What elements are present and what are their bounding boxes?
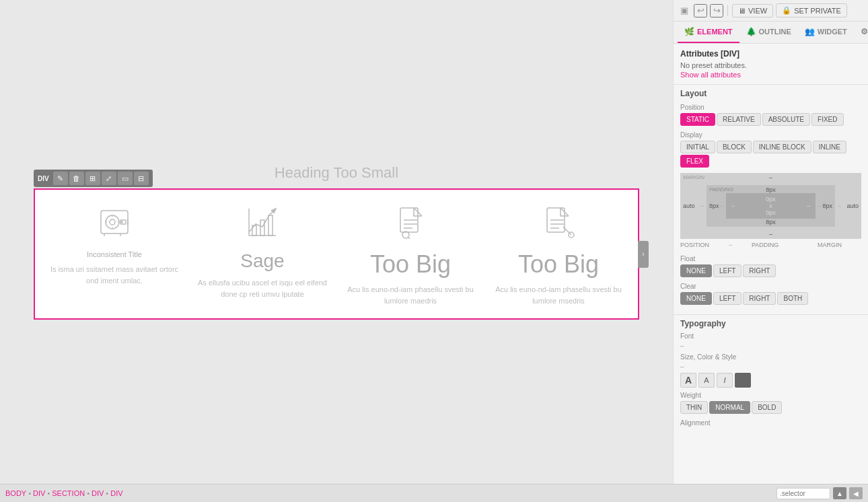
margin-x-left: – — [700, 203, 704, 209]
selector-input[interactable] — [776, 488, 830, 499]
type-btn-italic[interactable]: I — [717, 373, 733, 388]
margin-sub-label: MARGIN — [818, 242, 842, 248]
padding-label: PADDING — [709, 186, 733, 192]
position-fixed-btn[interactable]: FIXED — [811, 113, 843, 126]
svg-point-2 — [110, 219, 115, 225]
display-inline-btn[interactable]: INLINE — [813, 141, 846, 153]
card-text-2: As ellusfa ucibu ascel et isqu eel eifen… — [194, 277, 331, 299]
div-toolbar: DIV ✎ 🗑 ⊞ ⤢ ▭ ⊟ — [34, 170, 153, 187]
view-button[interactable]: 🖥 VIEW — [732, 4, 773, 17]
clear-right-btn[interactable]: RIGHT — [743, 292, 776, 305]
weight-label: Weight — [680, 392, 861, 399]
attributes-section: Attributes [DIV] No preset attributes. S… — [674, 44, 868, 84]
svg-rect-16 — [268, 215, 273, 236]
show-all-attributes-link[interactable]: Show all attributes — [674, 71, 868, 84]
float-right-btn[interactable]: RIGHT — [743, 264, 776, 277]
margin-left-val: auto — [683, 203, 695, 209]
type-btn-A-small[interactable]: A — [698, 373, 715, 388]
alignment-prop-row: Alignment — [680, 419, 861, 427]
resize-button[interactable]: ▭ — [118, 172, 133, 185]
tab-outline[interactable]: 🌲 OUTLINE — [739, 22, 798, 43]
expand-button[interactable]: ⤢ — [102, 172, 116, 185]
tab-widget[interactable]: 👥 WIDGET — [798, 22, 854, 43]
clear-btn-group: NONE LEFT RIGHT BOTH — [680, 292, 861, 305]
position-label: Position — [680, 104, 861, 111]
type-btn-A-large[interactable]: A — [680, 373, 696, 388]
float-left-btn[interactable]: LEFT — [713, 264, 742, 277]
font-value: – — [680, 342, 861, 349]
card-title-3: Too Big — [370, 250, 451, 279]
clear-none-btn[interactable]: NONE — [680, 292, 712, 305]
toolbar-separator — [727, 5, 728, 16]
div-toolbar-label: DIV — [38, 175, 49, 182]
breadcrumb-sep-3: • — [87, 489, 89, 497]
breadcrumb-sep-1: • — [28, 489, 31, 497]
people-icon: 👥 — [805, 27, 815, 36]
panel-tabs: 🌿 ELEMENT 🌲 OUTLINE 👥 WIDGET ⚙ ☞ — [674, 22, 868, 44]
chart-icon — [242, 202, 283, 242]
weight-thin-btn[interactable]: THIN — [680, 401, 708, 414]
tab-element[interactable]: 🌿 ELEMENT — [678, 22, 739, 43]
clear-left-btn[interactable]: LEFT — [713, 292, 742, 305]
content-x-val: x — [769, 203, 772, 209]
display-btn-group: INITIAL BLOCK INLINE BLOCK INLINE FLEX — [680, 141, 861, 168]
content-top-val: 0px — [731, 196, 810, 203]
document-icon — [390, 202, 431, 242]
position-sub-val: – — [729, 242, 732, 248]
float-none-btn[interactable]: NONE — [680, 264, 712, 277]
weight-normal-btn[interactable]: NORMAL — [709, 401, 750, 414]
position-relative-btn[interactable]: RELATIVE — [717, 113, 761, 126]
float-prop-row: Float NONE LEFT RIGHT — [680, 255, 861, 277]
breadcrumb-section[interactable]: SECTION — [52, 489, 85, 497]
content-left-val: – — [731, 203, 735, 209]
position-absolute-btn[interactable]: ABSOLUTE — [762, 113, 810, 126]
collapse-handle[interactable]: › — [638, 241, 649, 268]
edit-button[interactable]: ✎ — [53, 172, 68, 185]
tab-settings[interactable]: ⚙ — [854, 22, 868, 43]
card-title-2: Sage — [240, 250, 284, 272]
breadcrumb-toggle-btn[interactable]: ◀ — [849, 487, 863, 499]
clear-both-btn[interactable]: BOTH — [777, 292, 808, 305]
layout-section: Layout Position STATIC RELATIVE ABSOLUTE… — [674, 84, 868, 314]
padding-top-val: 8px — [766, 186, 776, 193]
breadcrumb-div-2[interactable]: DIV — [92, 489, 104, 497]
card-title-4: Too Big — [518, 250, 599, 279]
svg-rect-0 — [101, 211, 128, 234]
display-inline-block-btn[interactable]: INLINE BLOCK — [753, 141, 811, 153]
svg-point-1 — [106, 215, 119, 229]
breadcrumb-up-btn[interactable]: ▲ — [833, 487, 846, 499]
breadcrumb-sep-4: • — [106, 489, 108, 497]
delete-button[interactable]: 🗑 — [69, 172, 84, 185]
position-static-btn[interactable]: STATIC — [680, 113, 715, 126]
hierarchy-button[interactable]: ⊟ — [134, 172, 149, 185]
svg-point-9 — [121, 221, 122, 223]
margin-top-val: – — [769, 174, 772, 181]
type-btn-color[interactable] — [735, 373, 751, 388]
display-initial-btn[interactable]: INITIAL — [680, 141, 715, 153]
margin-x-right: – — [838, 203, 841, 209]
display-flex-btn[interactable]: FLEX — [680, 155, 709, 168]
selected-div[interactable]: Inconsistent Title Is isma uri ssitamet … — [34, 188, 639, 320]
attributes-no-preset: No preset attributes. — [674, 60, 868, 71]
position-sub-label: POSITION — [680, 242, 709, 248]
lock-icon: 🔒 — [782, 6, 791, 15]
set-private-button[interactable]: 🔒 SET PRIVATE — [776, 3, 847, 17]
card-item: Too Big Acu lis euno-nd-iam phasellu sve… — [336, 195, 484, 313]
redo-button[interactable]: ↪ — [710, 4, 723, 17]
breadcrumb-body[interactable]: BODY — [5, 489, 26, 497]
monitor-icon: 🖥 — [738, 7, 746, 15]
card-title-1: Inconsistent Title — [87, 250, 142, 258]
font-prop-row: Font – — [680, 332, 861, 349]
padding-x-right: – — [818, 203, 822, 209]
undo-button[interactable]: ↩ — [694, 4, 707, 17]
card-text-1: Is isma uri ssitamet mass avitaet ortorc… — [46, 264, 183, 286]
card-item: Too Big Acu lis euno-nd-iam phasellu sve… — [484, 195, 632, 313]
grid-button[interactable]: ⊞ — [85, 172, 100, 185]
breadcrumb-div-1[interactable]: DIV — [33, 489, 45, 497]
breadcrumb-div-3[interactable]: DIV — [110, 489, 122, 497]
card-text-3: Acu lis euno-nd-iam phasellu svesti bu l… — [342, 284, 479, 306]
card-text-4: Acu lis euno-nd-iam phasellu svesti bu l… — [490, 284, 627, 306]
weight-bold-btn[interactable]: BOLD — [752, 401, 782, 414]
safe-icon — [94, 202, 135, 242]
display-block-btn[interactable]: BLOCK — [717, 141, 752, 153]
